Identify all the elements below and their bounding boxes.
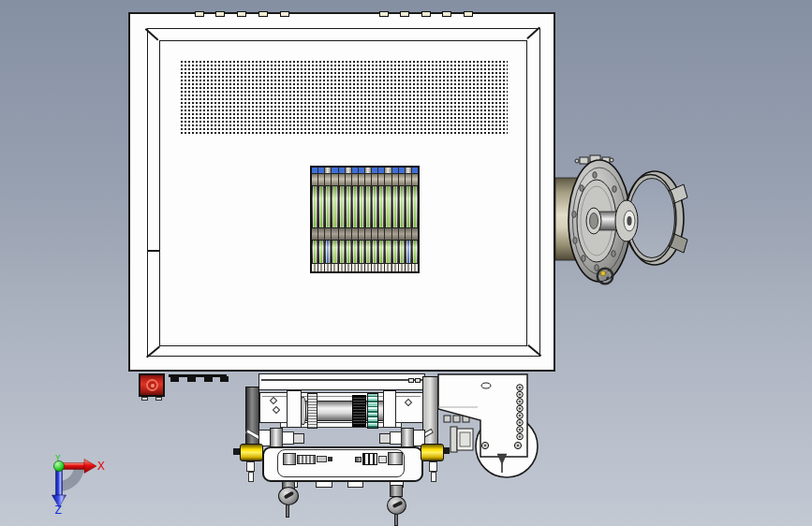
plate-foot <box>347 481 363 488</box>
terminal-band <box>346 174 351 186</box>
terminal-stripe-upper <box>385 186 391 228</box>
enclosure-top-tab <box>258 11 268 17</box>
terminal-band <box>406 174 411 186</box>
terminal-band <box>365 264 371 271</box>
terminal-band <box>325 264 331 271</box>
terminal-band <box>385 264 391 271</box>
shaft-support-plate-left <box>287 390 302 428</box>
terminal-band <box>359 174 364 186</box>
terminal-band <box>312 228 317 241</box>
terminal-column <box>359 168 365 271</box>
terminal-band <box>392 264 398 271</box>
terminal-band <box>352 264 358 271</box>
plate-hole-dot <box>519 393 522 396</box>
fitting-nub <box>355 457 362 462</box>
shaft-gear-black <box>352 395 366 427</box>
terminal-cap <box>359 168 364 174</box>
terminal-column <box>412 168 418 271</box>
terminal-stripe-upper <box>399 186 405 228</box>
clamp-nut <box>270 428 283 447</box>
terminal-stripe-lower <box>346 241 351 264</box>
enclosure-bottom-tab <box>187 376 196 382</box>
hanger-pin <box>248 472 254 482</box>
plate-hole-dot <box>519 407 522 410</box>
enclosure-top-tab <box>379 11 389 17</box>
terminal-band <box>365 228 371 241</box>
terminal-column <box>346 168 352 271</box>
terminal-stripe-lower <box>392 241 398 264</box>
carriage-top-rail <box>258 373 425 390</box>
clamp-part <box>379 433 391 444</box>
terminal-band <box>332 228 337 241</box>
terminal-cap <box>412 168 418 174</box>
terminal-cap <box>378 168 384 174</box>
terminal-stripe-upper <box>332 186 337 228</box>
hanger-pin <box>246 461 255 472</box>
terminal-band <box>339 264 345 271</box>
terminal-stripe-lower <box>318 241 324 264</box>
coupler <box>450 427 473 452</box>
fitting-mid-right <box>378 456 387 463</box>
plate-hole-dot <box>519 401 522 403</box>
terminal-stripe-upper <box>318 186 324 228</box>
terminal-stripe-lower <box>399 241 405 264</box>
terminal-band <box>378 174 384 186</box>
fitting-hex-left <box>283 453 296 465</box>
terminal-band <box>332 174 337 186</box>
terminal-column <box>406 168 412 271</box>
rail-bolt <box>408 378 414 383</box>
enclosure-top-tab <box>215 11 225 17</box>
terminal-band <box>372 174 377 186</box>
terminal-band <box>312 264 317 271</box>
plate-foot <box>316 481 332 488</box>
terminal-band <box>339 228 345 241</box>
cad-viewport[interactable]: Y X Z <box>0 0 812 526</box>
terminal-band <box>312 174 317 186</box>
fitting-nub <box>328 457 332 461</box>
terminal-band <box>412 228 418 241</box>
terminal-band <box>359 228 364 241</box>
red-unit-foot <box>155 397 162 401</box>
terminal-band <box>385 174 391 186</box>
coupler-hub-bore <box>627 216 631 226</box>
terminal-column <box>312 168 318 271</box>
terminal-stripe-lower <box>378 241 384 264</box>
terminal-stripe-lower <box>325 241 331 264</box>
terminal-stripe-lower <box>359 241 364 264</box>
clamp-part <box>390 431 402 445</box>
terminal-column <box>378 168 385 271</box>
terminal-column <box>399 168 406 271</box>
terminal-band <box>325 174 331 186</box>
terminal-band <box>352 228 358 241</box>
terminal-stripe-upper <box>392 186 398 228</box>
terminal-column <box>385 168 391 271</box>
terminal-stripe-upper <box>325 186 331 228</box>
terminal-cap <box>332 168 337 174</box>
terminal-band <box>318 228 324 241</box>
terminal-stripe-lower <box>312 241 317 264</box>
enclosure-top-tab <box>400 11 409 17</box>
terminal-band <box>339 174 345 186</box>
terminal-stripe-upper <box>346 186 351 228</box>
knurled-ring <box>307 393 317 429</box>
terminal-cap <box>399 168 405 174</box>
terminal-column <box>318 168 325 271</box>
terminal-stripe-lower <box>412 241 418 264</box>
terminal-band <box>412 264 418 271</box>
fitting-ridged-left <box>297 455 316 464</box>
enclosure-bottom-tab <box>170 376 179 382</box>
terminal-cap <box>385 168 391 174</box>
terminal-column <box>332 168 338 271</box>
terminal-band <box>318 174 324 186</box>
terminal-cap <box>339 168 345 174</box>
terminal-band <box>392 174 398 186</box>
enclosure-bottom-tab <box>204 376 213 382</box>
servo-motor-assembly <box>546 150 698 290</box>
rail-bolt <box>415 378 421 383</box>
terminal-stripe-upper <box>339 186 345 228</box>
shaft-support-plate-right <box>383 390 396 428</box>
terminal-stripe-lower <box>365 241 371 264</box>
shaft-hub-bore <box>590 213 598 229</box>
x-axis-arrow <box>62 463 84 470</box>
origin-sphere <box>53 460 64 471</box>
